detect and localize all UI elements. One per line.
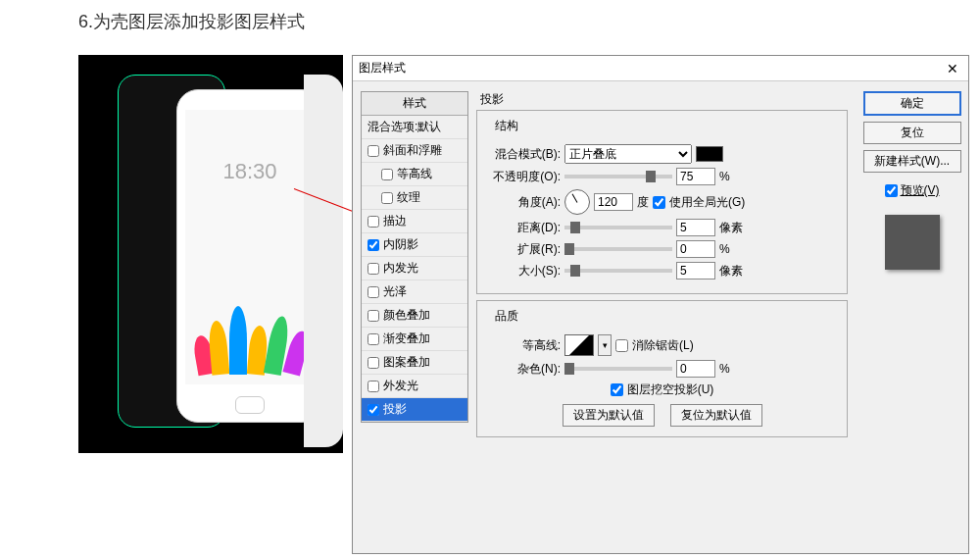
page-title: 6.为壳图层添加投影图层样式 — [78, 10, 305, 33]
distance-slider[interactable] — [564, 226, 672, 229]
style-checkbox[interactable] — [368, 333, 379, 345]
style-checkbox[interactable] — [368, 310, 379, 322]
percent-unit: % — [719, 170, 743, 183]
noise-slider[interactable] — [564, 367, 672, 371]
style-label: 渐变叠加 — [383, 330, 430, 347]
reset-default-button[interactable]: 复位为默认值 — [670, 404, 762, 427]
style-label: 投影 — [383, 401, 407, 418]
style-item-1[interactable]: 等高线 — [362, 163, 467, 186]
knockout-label: 图层挖空投影(U) — [627, 381, 714, 398]
style-label: 描边 — [383, 213, 407, 229]
antialias-checkbox[interactable] — [615, 339, 628, 352]
noise-label: 杂色(N): — [487, 361, 561, 378]
shadow-color-swatch[interactable] — [696, 146, 723, 162]
style-item-5[interactable]: 内发光 — [362, 257, 467, 280]
style-label: 外发光 — [383, 378, 418, 394]
spread-label: 扩展(R): — [487, 241, 561, 258]
angle-dial[interactable] — [564, 189, 590, 215]
antialias-label: 消除锯齿(L) — [632, 337, 694, 354]
style-item-10[interactable]: 外发光 — [362, 375, 467, 398]
style-item-3[interactable]: 描边 — [362, 210, 467, 233]
style-item-8[interactable]: 渐变叠加 — [362, 328, 467, 351]
spread-input[interactable] — [676, 240, 715, 258]
opacity-slider[interactable] — [564, 175, 672, 178]
size-input[interactable] — [676, 262, 715, 280]
size-slider[interactable] — [564, 269, 672, 273]
style-checkbox[interactable] — [368, 404, 379, 416]
styles-header[interactable]: 样式 — [362, 92, 467, 116]
blend-mode-select[interactable]: 正片叠底 — [564, 144, 692, 164]
style-label: 内发光 — [383, 260, 418, 277]
percent-unit-2: % — [719, 242, 743, 256]
structure-title: 结构 — [491, 118, 522, 134]
set-default-button[interactable]: 设置为默认值 — [563, 404, 655, 427]
angle-input[interactable] — [594, 193, 633, 211]
style-item-2[interactable]: 纹理 — [362, 186, 467, 210]
opacity-input[interactable] — [676, 168, 715, 185]
style-label: 光泽 — [383, 283, 407, 300]
style-checkbox[interactable] — [368, 357, 379, 369]
style-item-6[interactable]: 光泽 — [362, 280, 467, 304]
style-label: 纹理 — [397, 189, 420, 206]
angle-label: 角度(A): — [487, 194, 561, 211]
contour-label: 等高线: — [487, 337, 561, 354]
cancel-button[interactable]: 复位 — [863, 122, 961, 144]
preview-swatch — [885, 215, 940, 270]
tutorial-image: 18:30 — [78, 55, 343, 453]
ok-button[interactable]: 确定 — [863, 91, 961, 116]
style-checkbox[interactable] — [368, 239, 379, 251]
dialog-titlebar: 图层样式 ✕ — [353, 56, 968, 81]
style-checkbox[interactable] — [368, 263, 379, 275]
style-checkbox[interactable] — [368, 216, 379, 228]
blending-options[interactable]: 混合选项:默认 — [362, 116, 467, 139]
opacity-label: 不透明度(O): — [487, 169, 561, 185]
style-label: 图案叠加 — [383, 354, 430, 371]
noise-input[interactable] — [676, 360, 715, 378]
angle-unit: 度 — [637, 194, 649, 211]
dialog-title: 图层样式 — [359, 60, 406, 76]
preview-checkbox[interactable] — [885, 184, 898, 197]
percent-unit-3: % — [719, 362, 743, 376]
distance-label: 距离(D): — [487, 220, 561, 236]
style-checkbox[interactable] — [381, 192, 393, 204]
shadow-settings-panel: 投影 结构 混合模式(B): 正片叠底 不透明度(O): % 角度(A): — [468, 81, 856, 553]
styles-list: 样式 混合选项:默认 斜面和浮雕等高线纹理描边内阴影内发光光泽颜色叠加渐变叠加图… — [361, 91, 468, 423]
new-style-button[interactable]: 新建样式(W)... — [863, 150, 961, 173]
size-label: 大小(S): — [487, 263, 561, 280]
contour-dropdown-icon[interactable]: ▾ — [598, 334, 612, 356]
quality-group: 品质 等高线: ▾ 消除锯齿(L) 杂色(N): % 图层挖空投影(U) — [476, 300, 848, 437]
blend-mode-label: 混合模式(B): — [487, 146, 561, 163]
style-label: 颜色叠加 — [383, 307, 430, 324]
global-light-label: 使用全局光(G) — [669, 194, 745, 211]
contour-picker[interactable] — [564, 334, 594, 356]
style-item-9[interactable]: 图案叠加 — [362, 351, 467, 375]
style-item-4[interactable]: 内阴影 — [362, 233, 467, 257]
px-unit: 像素 — [719, 220, 743, 236]
px-unit-2: 像素 — [719, 263, 743, 280]
style-checkbox[interactable] — [381, 169, 393, 180]
global-light-checkbox[interactable] — [653, 196, 665, 209]
panel-tab-label: 投影 — [480, 91, 848, 108]
preview-label: 预览(V) — [901, 182, 940, 199]
spread-slider[interactable] — [564, 247, 672, 251]
style-item-11[interactable]: 投影 — [362, 398, 467, 422]
preview-checkbox-row[interactable]: 预览(V) — [885, 182, 940, 199]
layer-style-dialog: 图层样式 ✕ 样式 混合选项:默认 斜面和浮雕等高线纹理描边内阴影内发光光泽颜色… — [352, 55, 969, 554]
style-checkbox[interactable] — [368, 145, 379, 157]
knockout-checkbox[interactable] — [611, 383, 623, 396]
style-item-7[interactable]: 颜色叠加 — [362, 304, 467, 328]
style-checkbox[interactable] — [368, 286, 379, 298]
style-checkbox[interactable] — [368, 381, 379, 392]
distance-input[interactable] — [676, 219, 715, 236]
close-icon[interactable]: ✕ — [943, 61, 962, 76]
style-item-0[interactable]: 斜面和浮雕 — [362, 139, 467, 163]
dialog-buttons-panel: 确定 复位 新建样式(W)... 预览(V) — [856, 81, 968, 553]
quality-title: 品质 — [491, 308, 522, 325]
style-label: 等高线 — [397, 166, 432, 182]
structure-group: 结构 混合模式(B): 正片叠底 不透明度(O): % 角度(A): 度 — [476, 110, 848, 294]
style-label: 内阴影 — [383, 236, 418, 253]
style-label: 斜面和浮雕 — [383, 142, 442, 159]
